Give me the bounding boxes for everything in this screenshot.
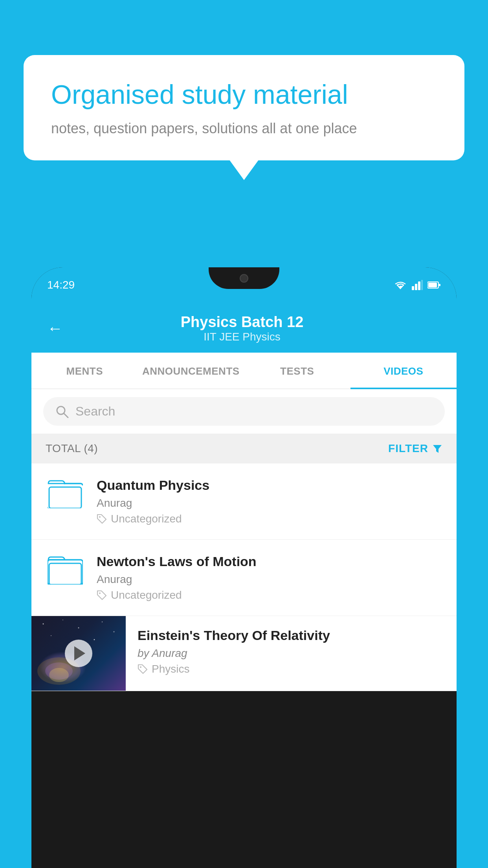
svg-rect-2 bbox=[418, 281, 420, 290]
search-container: Search bbox=[31, 389, 457, 434]
svg-rect-1 bbox=[415, 284, 417, 290]
svg-marker-9 bbox=[433, 445, 442, 453]
search-bar[interactable]: Search bbox=[43, 397, 445, 426]
video-tag-row: Physics bbox=[138, 663, 445, 675]
app-header: ← Physics Batch 12 IIT JEE Physics bbox=[31, 303, 457, 353]
svg-point-27 bbox=[140, 666, 141, 668]
svg-point-18 bbox=[62, 620, 63, 620]
svg-point-23 bbox=[94, 639, 95, 640]
total-count: TOTAL (4) bbox=[46, 442, 98, 455]
speech-bubble-container: Organised study material notes, question… bbox=[24, 55, 464, 160]
status-time: 14:29 bbox=[47, 279, 75, 291]
tab-announcements[interactable]: ANNOUNCEMENTS bbox=[138, 353, 244, 388]
notch bbox=[209, 267, 279, 289]
wifi-icon bbox=[394, 280, 407, 290]
folder-icon-container bbox=[46, 478, 85, 508]
video-author: Anurag bbox=[97, 573, 442, 586]
video-title: Quantum Physics bbox=[97, 478, 442, 493]
svg-point-26 bbox=[49, 668, 69, 682]
phone-container: 14:29 bbox=[31, 267, 457, 868]
svg-rect-0 bbox=[412, 286, 414, 290]
video-tag-row: Uncategorized bbox=[97, 589, 442, 601]
battery-icon bbox=[427, 281, 441, 289]
svg-point-19 bbox=[78, 627, 79, 629]
tag-icon bbox=[138, 664, 148, 674]
signal-icon bbox=[412, 280, 423, 290]
svg-rect-6 bbox=[439, 284, 440, 286]
svg-rect-5 bbox=[428, 283, 437, 287]
tag-icon bbox=[97, 590, 107, 600]
svg-point-16 bbox=[99, 592, 101, 594]
svg-point-20 bbox=[102, 622, 103, 622]
filter-funnel-icon bbox=[432, 443, 442, 454]
list-item[interactable]: Quantum Physics Anurag Uncategorized bbox=[31, 463, 457, 540]
filter-button[interactable]: FILTER bbox=[388, 442, 442, 455]
phone-frame: 14:29 bbox=[31, 267, 457, 868]
list-item[interactable]: Newton's Laws of Motion Anurag Uncategor… bbox=[31, 540, 457, 616]
bubble-title: Organised study material bbox=[51, 79, 437, 111]
svg-point-21 bbox=[114, 631, 115, 633]
svg-rect-3 bbox=[421, 280, 423, 290]
header-title: Physics Batch 12 bbox=[75, 314, 409, 331]
video-tag: Uncategorized bbox=[111, 589, 182, 601]
video-info: Quantum Physics Anurag Uncategorized bbox=[97, 478, 442, 525]
speech-bubble: Organised study material notes, question… bbox=[24, 55, 464, 160]
tab-tests[interactable]: TESTS bbox=[244, 353, 350, 388]
video-author: Anurag bbox=[97, 497, 442, 509]
video-author: by Anurag bbox=[138, 647, 445, 660]
svg-rect-15 bbox=[49, 563, 81, 585]
svg-point-22 bbox=[51, 635, 51, 636]
video-thumbnail bbox=[31, 616, 126, 691]
svg-line-8 bbox=[64, 413, 68, 417]
filter-label: FILTER bbox=[388, 442, 428, 455]
video-list: Quantum Physics Anurag Uncategorized bbox=[31, 463, 457, 691]
svg-point-17 bbox=[43, 623, 44, 625]
folder-icon bbox=[48, 478, 83, 508]
list-item[interactable]: Einstein's Theory Of Relativity by Anura… bbox=[31, 616, 457, 691]
bubble-subtitle: notes, question papers, solutions all at… bbox=[51, 120, 437, 137]
filter-bar: TOTAL (4) FILTER bbox=[31, 434, 457, 463]
play-triangle-icon bbox=[74, 646, 85, 660]
video-tag: Physics bbox=[152, 663, 189, 675]
search-icon bbox=[55, 405, 69, 419]
video-title: Einstein's Theory Of Relativity bbox=[138, 628, 445, 643]
folder-icon bbox=[48, 554, 83, 585]
header-title-area: Physics Batch 12 IIT JEE Physics bbox=[75, 314, 409, 343]
status-bar: 14:29 bbox=[31, 267, 457, 303]
header-subtitle: IIT JEE Physics bbox=[75, 331, 409, 343]
video-info: Einstein's Theory Of Relativity by Anura… bbox=[126, 616, 457, 687]
video-tag-row: Uncategorized bbox=[97, 513, 442, 525]
tab-videos[interactable]: VIDEOS bbox=[350, 353, 457, 388]
status-icons bbox=[394, 280, 441, 290]
back-button[interactable]: ← bbox=[47, 320, 63, 337]
search-placeholder: Search bbox=[75, 404, 115, 419]
svg-point-13 bbox=[99, 516, 101, 518]
play-button[interactable] bbox=[65, 640, 92, 667]
video-info: Newton's Laws of Motion Anurag Uncategor… bbox=[97, 554, 442, 601]
video-tag: Uncategorized bbox=[111, 513, 182, 525]
video-title: Newton's Laws of Motion bbox=[97, 554, 442, 569]
tabs-bar: MENTS ANNOUNCEMENTS TESTS VIDEOS bbox=[31, 353, 457, 389]
folder-icon-container bbox=[46, 554, 85, 585]
svg-rect-12 bbox=[49, 487, 81, 508]
tab-documents[interactable]: MENTS bbox=[31, 353, 138, 388]
tag-icon bbox=[97, 514, 107, 524]
camera-notch bbox=[240, 274, 248, 283]
